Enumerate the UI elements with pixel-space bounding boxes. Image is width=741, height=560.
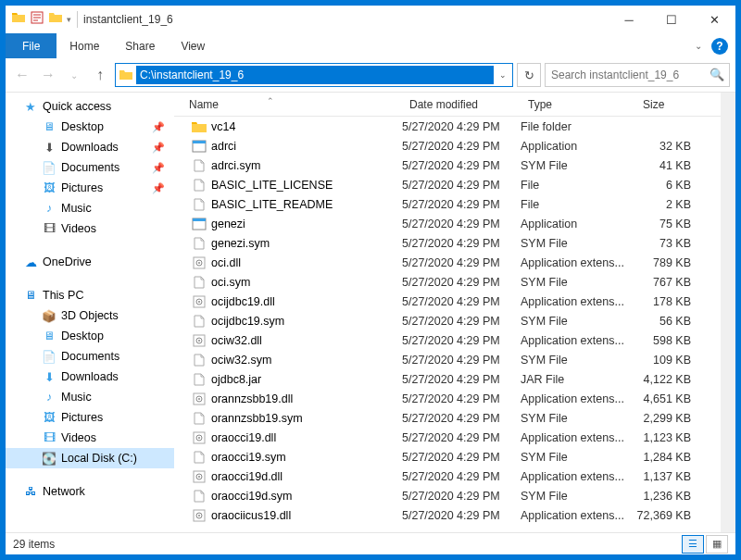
close-button[interactable]: ✕ [693, 6, 735, 33]
file-size: 4,651 KB [635, 392, 697, 405]
file-name: genezi.sym [211, 237, 270, 250]
address-dropdown-icon[interactable]: ⌄ [494, 70, 512, 80]
file-row[interactable]: ocijdbc19.sym5/27/2020 4:29 PMSYM File56… [174, 311, 721, 330]
refresh-button[interactable]: ↻ [517, 63, 541, 87]
file-date: 5/27/2020 4:29 PM [402, 295, 521, 308]
file-row[interactable]: ociw32.sym5/27/2020 4:29 PMSYM File109 K… [174, 350, 721, 369]
tab-view[interactable]: View [168, 34, 218, 58]
file-date: 5/27/2020 4:29 PM [402, 334, 521, 347]
nav-item-icon: 📄 [41, 350, 57, 364]
col-type[interactable]: Type [521, 98, 635, 111]
file-row[interactable]: adrci5/27/2020 4:29 PMApplication32 KB [174, 136, 721, 156]
nav-pc-item[interactable]: 📦3D Objects [6, 305, 174, 326]
ribbon-expand-icon[interactable]: ⌄ [685, 41, 711, 51]
file-date: 5/27/2020 4:29 PM [402, 198, 521, 211]
file-row[interactable]: adrci.sym5/27/2020 4:29 PMSYM File41 KB [174, 156, 721, 175]
maximize-button[interactable]: ☐ [650, 6, 693, 33]
file-row[interactable]: BASIC_LITE_README5/27/2020 4:29 PMFile2 … [174, 194, 721, 214]
file-size: 41 KB [635, 159, 697, 172]
title-bar: ▾ instantclient_19_6 ─ ☐ ✕ [6, 6, 735, 33]
file-menu[interactable]: File [6, 33, 57, 58]
file-row[interactable]: ocijdbc19.dll5/27/2020 4:29 PMApplicatio… [174, 292, 721, 311]
file-size: 32 KB [635, 140, 697, 153]
nav-quick-item[interactable]: 🖼Pictures📌 [6, 178, 174, 198]
tab-home[interactable]: Home [57, 34, 112, 58]
nav-quick-item[interactable]: ⬇Downloads📌 [6, 137, 174, 157]
nav-pc-item[interactable]: 🖥Desktop [6, 326, 174, 346]
nav-item-icon: 🖼 [41, 411, 57, 424]
nav-network[interactable]: 🖧Network [6, 481, 174, 502]
file-row[interactable]: ociw32.dll5/27/2020 4:29 PMApplication e… [174, 330, 721, 350]
explorer-window: ▾ instantclient_19_6 ─ ☐ ✕ File Home Sha… [5, 5, 736, 555]
col-size[interactable]: Size [635, 98, 697, 111]
nav-pc-item[interactable]: ⬇Downloads [6, 367, 174, 387]
file-name: genezi [211, 218, 245, 230]
up-button[interactable]: ↑ [89, 64, 111, 86]
file-row[interactable]: oraociicus19.dll5/27/2020 4:29 PMApplica… [174, 505, 721, 525]
file-row[interactable]: oraocci19d.sym5/27/2020 4:29 PMSYM File1… [174, 486, 721, 505]
file-date: 5/27/2020 4:29 PM [402, 392, 521, 405]
col-date[interactable]: Date modified [402, 98, 521, 111]
nav-item-icon: 🎞 [41, 431, 57, 444]
file-row[interactable]: oci.dll5/27/2020 4:29 PMApplication exte… [174, 253, 721, 272]
file-name: ociw32.sym [211, 354, 271, 367]
nav-pc-item[interactable]: 🖼Pictures [6, 407, 174, 428]
minimize-button[interactable]: ─ [608, 6, 650, 33]
file-list[interactable]: vc145/27/2020 4:29 PMFile folderadrci5/2… [174, 117, 721, 532]
file-date: 5/27/2020 4:29 PM [402, 159, 521, 172]
file-name: ociw32.dll [211, 334, 262, 347]
details-view-button[interactable]: ☰ [682, 535, 704, 554]
file-name: ocijdbc19.dll [211, 295, 275, 308]
file-icon [191, 178, 207, 193]
qat-dropdown-icon[interactable]: ▾ [67, 15, 71, 24]
nav-quick-item[interactable]: ♪Music [6, 198, 174, 218]
navigation-pane[interactable]: ★Quick access 🖥Desktop📌⬇Downloads📌📄Docum… [6, 93, 174, 532]
address-input[interactable] [136, 66, 494, 84]
folder-qat-icon[interactable] [48, 10, 63, 29]
search-input[interactable] [545, 63, 730, 87]
search-icon[interactable]: 🔍 [710, 68, 724, 81]
file-row[interactable]: genezi.sym5/27/2020 4:29 PMSYM File73 KB [174, 233, 721, 253]
forward-button[interactable]: → [37, 64, 59, 86]
file-row[interactable]: orannzsbb19.dll5/27/2020 4:29 PMApplicat… [174, 389, 721, 408]
file-row[interactable]: oci.sym5/27/2020 4:29 PMSYM File767 KB [174, 272, 721, 292]
help-icon[interactable]: ? [711, 38, 728, 55]
nav-this-pc[interactable]: 🖥This PC [6, 285, 174, 305]
nav-pc-item[interactable]: 🎞Videos [6, 428, 174, 448]
sort-asc-icon: ⌃ [267, 96, 274, 106]
file-size: 2 KB [635, 198, 697, 211]
nav-quick-access[interactable]: ★Quick access [6, 96, 174, 117]
nav-onedrive[interactable]: ☁OneDrive [6, 252, 174, 272]
nav-quick-item[interactable]: 🖥Desktop📌 [6, 117, 174, 137]
properties-icon[interactable] [30, 10, 44, 29]
recent-dropdown-icon[interactable]: ⌄ [63, 64, 85, 86]
nav-pc-item[interactable]: 💽Local Disk (C:) [6, 448, 174, 468]
file-row[interactable]: oraocci19.dll5/27/2020 4:29 PMApplicatio… [174, 428, 721, 447]
file-icon [191, 119, 207, 134]
file-row[interactable]: oraocci19d.dll5/27/2020 4:29 PMApplicati… [174, 467, 721, 486]
icons-view-button[interactable]: ▦ [706, 535, 728, 554]
tab-share[interactable]: Share [112, 34, 168, 58]
address-bar[interactable]: ⌄ [115, 63, 513, 87]
file-size: 2,299 KB [635, 412, 697, 425]
nav-quick-item[interactable]: 📄Documents📌 [6, 157, 174, 178]
file-name: oci.dll [211, 256, 241, 269]
file-icon [191, 372, 207, 387]
file-date: 5/27/2020 4:29 PM [402, 140, 521, 153]
file-name: vc14 [211, 120, 235, 133]
col-name[interactable]: Name⌃ [174, 98, 402, 111]
file-row[interactable]: BASIC_LITE_LICENSE5/27/2020 4:29 PMFile6… [174, 175, 721, 194]
file-row[interactable]: oraocci19.sym5/27/2020 4:29 PMSYM File1,… [174, 447, 721, 467]
svg-point-25 [198, 515, 200, 516]
file-icon [191, 469, 207, 484]
nav-quick-item[interactable]: 🎞Videos [6, 218, 174, 239]
nav-pc-item[interactable]: 📄Documents [6, 346, 174, 367]
file-row[interactable]: ojdbc8.jar5/27/2020 4:29 PMJAR File4,122… [174, 369, 721, 389]
file-row[interactable]: orannzsbb19.sym5/27/2020 4:29 PMSYM File… [174, 408, 721, 428]
scrollbar[interactable] [721, 93, 735, 532]
navigation-bar: ← → ⌄ ↑ ⌄ ↻ 🔍 [6, 58, 735, 92]
file-row[interactable]: genezi5/27/2020 4:29 PMApplication75 KB [174, 214, 721, 233]
nav-pc-item[interactable]: ♪Music [6, 387, 174, 407]
back-button[interactable]: ← [11, 64, 33, 86]
file-row[interactable]: vc145/27/2020 4:29 PMFile folder [174, 117, 721, 136]
